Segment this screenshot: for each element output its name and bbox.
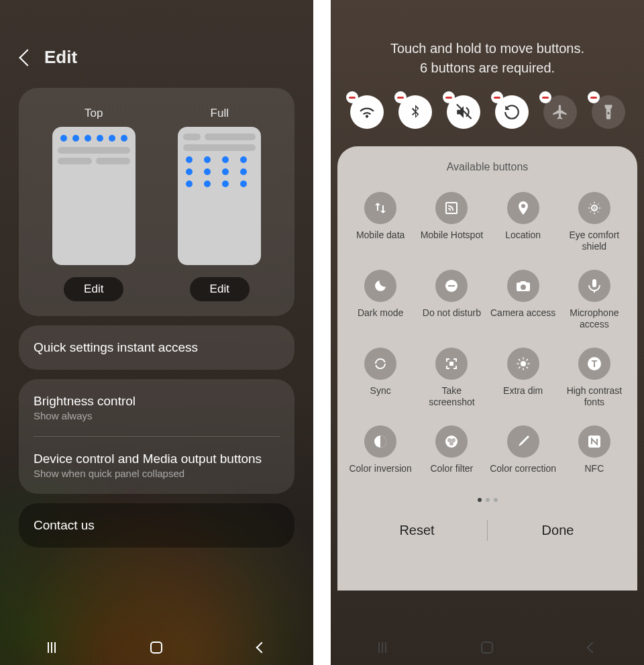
bluetooth-icon (407, 103, 424, 121)
available-item-label: Mobile data (356, 229, 405, 252)
remove-badge-icon[interactable] (588, 91, 600, 103)
brightness-sub: Show always (34, 410, 280, 421)
colorcorrection-icon (507, 425, 539, 458)
available-item-label: Mobile Hotspot (421, 229, 483, 252)
edit-full-button[interactable]: Edit (190, 277, 250, 301)
phone-left-edit-panel: Edit Top Edit Full (0, 0, 313, 665)
pager-dot[interactable] (494, 498, 498, 502)
page-indicator (347, 486, 628, 506)
available-item[interactable]: Color filter (418, 425, 485, 486)
available-item[interactable]: Do not disturb (418, 270, 485, 330)
hotspot-icon (435, 192, 468, 224)
available-item-label: Eye comfort shield (561, 229, 628, 252)
header: Edit (19, 0, 294, 88)
pager-dot[interactable] (478, 498, 482, 502)
available-item-label: Location (505, 229, 541, 252)
remove-badge-icon[interactable] (346, 91, 358, 103)
toggle-sound[interactable] (447, 95, 480, 129)
panel-previews-card: Top Edit Full (19, 88, 294, 316)
toggle-flashlight[interactable] (592, 95, 625, 129)
available-item[interactable]: High contrast fonts (561, 348, 628, 408)
device-sub: Show when quick panel collapsed (34, 468, 280, 479)
hint-line2: 6 buttons are required. (351, 58, 624, 78)
edit-top-button[interactable]: Edit (64, 277, 123, 301)
inversion-icon (364, 425, 396, 458)
sync-icon (364, 348, 396, 380)
extradim-icon (507, 348, 539, 380)
nav-recents-icon[interactable] (48, 642, 56, 653)
available-item[interactable]: NFC (561, 425, 628, 486)
remove-badge-icon[interactable] (443, 91, 455, 103)
brightness-control-item[interactable]: Brightness control Show always (19, 379, 294, 436)
available-item[interactable]: Color inversion (347, 425, 414, 486)
remove-badge-icon[interactable] (539, 91, 551, 103)
available-item-label: Sync (370, 385, 391, 408)
available-item[interactable]: Take screenshot (418, 348, 485, 408)
available-item-label: Take screenshot (418, 385, 485, 408)
preview-top: Top Edit (52, 107, 136, 301)
available-item-label: Color correction (490, 463, 556, 486)
rotate-icon (503, 103, 521, 121)
nfc-icon (578, 425, 610, 458)
toggle-bluetooth[interactable] (398, 95, 432, 129)
available-item[interactable]: Color correction (490, 425, 557, 486)
available-item[interactable]: Camera access (490, 270, 557, 330)
done-button[interactable]: Done (488, 508, 628, 553)
back-icon[interactable] (19, 49, 36, 66)
edit-hint: Touch and hold to move buttons. 6 button… (331, 0, 644, 90)
location-icon (507, 192, 539, 224)
remove-badge-icon[interactable] (394, 91, 407, 103)
nav-home-icon[interactable] (150, 642, 162, 654)
airplane-icon (551, 103, 569, 121)
nav-home-icon[interactable] (481, 642, 493, 654)
toggle-airplane[interactable] (543, 95, 577, 129)
available-item-label: Color inversion (349, 463, 411, 486)
mobiledata-icon (364, 192, 396, 224)
highcontrast-icon (578, 348, 610, 380)
available-item[interactable]: Mobile Hotspot (418, 192, 485, 252)
reset-button[interactable]: Reset (347, 508, 487, 553)
mute-icon (455, 103, 472, 121)
available-title: Available buttons (347, 161, 628, 173)
available-item-label: Extra dim (503, 385, 543, 408)
phone-right-button-editor: Touch and hold to move buttons. 6 button… (331, 0, 644, 665)
contact-us-item[interactable]: Contact us (19, 503, 294, 548)
available-item[interactable]: Mobile data (347, 192, 414, 252)
wifi-icon (358, 103, 376, 121)
brightness-device-card: Brightness control Show always Device co… (19, 379, 294, 494)
available-item[interactable]: Eye comfort shield (561, 192, 628, 252)
available-item[interactable]: Location (490, 192, 557, 252)
pager-dot[interactable] (486, 498, 490, 502)
preview-full-mock[interactable] (178, 127, 261, 265)
preview-full-label: Full (211, 107, 229, 120)
available-item[interactable]: Extra dim (490, 348, 557, 408)
remove-badge-icon[interactable] (491, 91, 503, 103)
available-item-label: Do not disturb (423, 307, 481, 330)
available-item[interactable]: Microphone access (561, 270, 628, 330)
toggle-wifi[interactable] (350, 95, 384, 129)
nav-back-icon[interactable] (587, 642, 598, 654)
screenshot-icon (435, 348, 468, 380)
available-item[interactable]: Dark mode (347, 270, 414, 330)
available-item[interactable]: Sync (347, 348, 414, 408)
nav-recents-icon[interactable] (378, 642, 386, 653)
camera-icon (507, 270, 539, 302)
page-title: Edit (44, 47, 77, 68)
available-item-label: Microphone access (561, 307, 628, 330)
active-toggles-row (331, 90, 644, 146)
nav-bar (331, 630, 644, 665)
quick-settings-instant-access[interactable]: Quick settings instant access (19, 325, 294, 370)
available-item-label: Camera access (490, 307, 555, 330)
contact-us-label: Contact us (34, 518, 280, 533)
toggle-rotate[interactable] (495, 95, 529, 129)
hint-line1: Touch and hold to move buttons. (351, 39, 624, 58)
available-item-label: High contrast fonts (561, 385, 628, 408)
nav-back-icon[interactable] (256, 642, 268, 654)
device-control-item[interactable]: Device control and Media output buttons … (19, 437, 294, 494)
nav-bar (0, 630, 313, 665)
available-grid: Mobile dataMobile HotspotLocationEye com… (347, 192, 628, 486)
available-panel: Available buttons Mobile dataMobile Hots… (337, 146, 637, 591)
preview-top-mock[interactable] (52, 127, 136, 265)
dnd-icon (435, 270, 468, 302)
mic-icon (578, 270, 610, 302)
